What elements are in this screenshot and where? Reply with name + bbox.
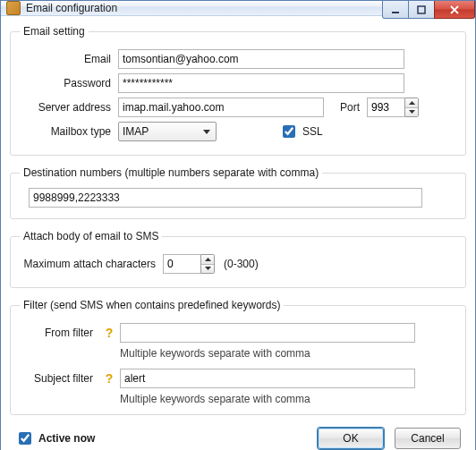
max-attach-up-button[interactable] [201,255,214,264]
server-address-label: Server address [20,101,118,114]
svg-rect-0 [392,12,399,13]
cancel-button[interactable]: Cancel [395,428,461,449]
email-configuration-window: Email configuration Email setting Email … [0,0,476,450]
bottom-bar: Active now OK Cancel [10,422,466,450]
email-setting-legend: Email setting [20,25,89,38]
ssl-checkbox[interactable]: SSL [279,123,323,140]
ssl-checkbox-input[interactable] [283,125,295,138]
max-attach-spinner[interactable] [163,254,215,274]
from-filter-hint: Multiple keywords separate with comma [120,347,456,360]
active-now-checkbox-input[interactable] [19,432,31,445]
mailbox-type-label: Mailbox type [20,125,118,138]
email-label: Email [20,53,118,65]
email-input[interactable] [118,49,404,69]
email-setting-group: Email setting Email Password Server addr… [10,25,466,156]
attach-body-legend: Attach body of email to SMS [20,230,162,242]
port-spinner[interactable] [367,98,419,117]
password-input[interactable] [118,73,404,93]
mailbox-type-select[interactable]: IMAP [118,122,217,141]
ok-button[interactable]: OK [318,428,384,449]
help-icon[interactable]: ? [102,326,116,340]
password-label: Password [20,77,118,89]
help-icon[interactable]: ? [102,371,116,386]
max-attach-input[interactable] [163,254,200,274]
close-button[interactable] [434,1,475,19]
active-now-checkbox[interactable]: Active now [15,429,95,447]
port-input[interactable] [367,98,404,117]
subject-filter-label: Subject filter [20,372,100,385]
svg-rect-1 [418,6,425,13]
from-filter-input[interactable] [120,323,415,343]
destination-numbers-input[interactable] [29,188,422,208]
active-now-label: Active now [38,432,95,445]
filter-legend: Filter (send SMS when contains predefine… [20,299,284,311]
destination-numbers-group: Destination numbers (multiple numbers se… [10,166,466,219]
max-attach-range-hint: (0-300) [224,258,259,270]
filter-group: Filter (send SMS when contains predefine… [10,299,466,415]
max-attach-down-button[interactable] [201,264,214,274]
port-down-button[interactable] [405,107,418,117]
max-attach-label: Maximum attach characters [20,258,163,270]
subject-filter-hint: Multiple keywords separate with comma [120,393,456,405]
minimize-button[interactable] [382,1,409,19]
maximize-button[interactable] [408,1,435,19]
port-label: Port [324,101,367,114]
ssl-label: SSL [302,125,323,138]
client-area: Email setting Email Password Server addr… [1,16,475,450]
destination-numbers-legend: Destination numbers (multiple numbers se… [20,166,322,179]
titlebar: Email configuration [1,1,475,16]
port-up-button[interactable] [405,98,418,107]
subject-filter-input[interactable] [120,369,415,388]
attach-body-group: Attach body of email to SMS Maximum atta… [10,230,466,288]
window-title: Email configuration [26,2,117,14]
window-controls [383,1,475,19]
server-address-input[interactable] [118,98,324,117]
from-filter-label: From filter [20,327,100,339]
app-icon [6,1,21,15]
